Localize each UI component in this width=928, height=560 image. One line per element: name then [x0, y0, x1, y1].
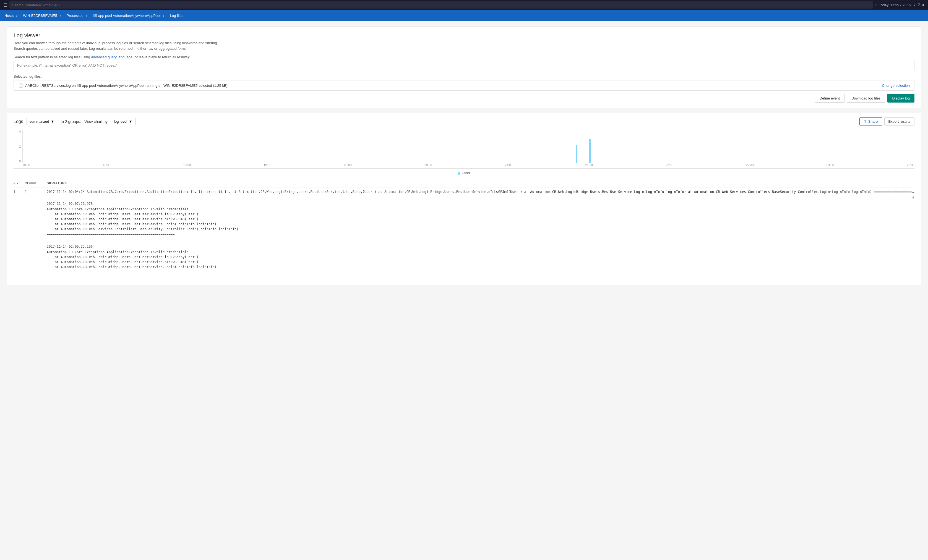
share-icon: ⇧	[864, 119, 867, 123]
chart-bar-2	[589, 139, 591, 163]
global-search-input[interactable]	[9, 2, 873, 9]
view-mode-label: summarized	[30, 119, 49, 123]
table-header: # ▲ Count Signature	[14, 180, 914, 187]
chart-bar-1	[576, 145, 577, 163]
chart-body	[22, 130, 914, 163]
view-mode-dropdown[interactable]: summarized ▼	[26, 118, 58, 125]
x-label-2300: 23:00	[827, 163, 834, 168]
log-entry-2: 2017-11-14 02:09:23,196 Automation.CR.Co…	[47, 245, 914, 273]
export-results-button[interactable]: Export results	[884, 117, 914, 125]
y-label-4: 4	[14, 130, 21, 133]
view-chart-label: View chart by	[84, 119, 108, 124]
file-info: 📄 AAEClientRESTServices.log on IIS app p…	[18, 83, 227, 88]
legend-label: Other	[462, 171, 470, 175]
chart-dropdown-arrow-icon: ▼	[129, 119, 133, 123]
search-label: Search for text pattern in selected log …	[14, 55, 914, 59]
collapse-icon[interactable]: ▲	[912, 194, 914, 200]
log-more-icon-1[interactable]: …	[911, 202, 914, 206]
x-label-1830: 18:30	[103, 163, 111, 168]
chart-x-labels: 18:00 18:30 19:00 19:30 20:00 20:30 21:0…	[22, 163, 914, 168]
file-name: AAEClientRESTServices.log on IIS app poo…	[25, 84, 227, 88]
define-event-button[interactable]: Define event	[815, 94, 844, 102]
row-count[interactable]: 2	[24, 190, 47, 194]
y-label-0: 0	[14, 160, 21, 163]
log-viewer-card: Log viewer Here you can browse through t…	[7, 27, 921, 108]
logs-actions: ⇧ Share Export results	[859, 117, 914, 125]
menu-icon[interactable]: ☰	[3, 3, 7, 8]
breadcrumb-iispool[interactable]: IIS app pool AutomationAnywhereAppPool	[90, 10, 168, 21]
time-range: Today, 17:39 - 23:39	[879, 3, 912, 7]
dropdown-arrow-icon: ▼	[51, 119, 55, 123]
table-row-main: 1 2 2017-11-14 02:0*:2* Automation.CR.Co…	[14, 187, 914, 202]
logs-header: Logs summarized ▼ to 2 groups. View char…	[14, 117, 914, 125]
logs-card: Logs summarized ▼ to 2 groups. View char…	[7, 113, 921, 286]
file-icon: 📄	[18, 83, 23, 88]
legend-icon: ▮	[458, 171, 460, 175]
row-number: 1	[14, 190, 24, 194]
log-text-2: Automation.CR.Core.Exceptions.Applicatio…	[47, 250, 217, 269]
next-time-arrow[interactable]: ›	[914, 3, 915, 8]
log-timestamp-2: 2017-11-14 02:09:23,196	[47, 245, 217, 248]
row-signature: 2017-11-14 02:0*:2* Automation.CR.Core.E…	[47, 190, 914, 199]
top-navigation: ☰ ‹ Today, 17:39 - 23:39 › ? ●	[0, 0, 928, 10]
change-selection-link[interactable]: Change selection	[882, 84, 910, 88]
breadcrumb-hosts[interactable]: Hosts	[3, 10, 21, 21]
logs-title: Logs	[14, 119, 23, 124]
breadcrumb-logfiles[interactable]: Log files	[168, 10, 186, 21]
breadcrumb-win[interactable]: WIN-E2DR8BFVME5	[21, 10, 64, 21]
action-buttons: Define event Download log files Display …	[14, 94, 914, 102]
col-header-count: Count	[24, 181, 47, 185]
chart-by-label: log level	[114, 119, 127, 123]
log-search-input[interactable]	[14, 61, 914, 70]
chart-legend: ▮ Other	[14, 171, 914, 175]
share-button[interactable]: ⇧ Share	[859, 117, 882, 125]
log-timestamp-1: 2017-11-14 02:07:21,978	[47, 202, 239, 205]
help-icon[interactable]: ?	[917, 3, 920, 8]
user-icon[interactable]: ●	[922, 3, 925, 8]
advanced-query-link[interactable]: advanced query language	[91, 55, 133, 59]
selected-files-label: Selected log files:	[14, 75, 914, 79]
log-more-icon-2[interactable]: …	[911, 245, 914, 249]
x-label-2230: 22:30	[746, 163, 754, 168]
page-title: Log viewer	[14, 32, 914, 39]
x-label-2100: 21:00	[505, 163, 513, 168]
desc-line1: Here you can browse through the contents…	[14, 41, 218, 45]
chart-area: 4 2 0 18:00 18:30 19:00 19:30 20:00 20:3…	[14, 130, 914, 169]
download-log-button[interactable]: Download log files	[847, 94, 885, 102]
table-row: 1 2 2017-11-14 02:0*:2* Automation.CR.Co…	[14, 187, 914, 281]
y-label-2: 2	[14, 145, 21, 148]
breadcrumb-processes[interactable]: Processes	[64, 10, 91, 21]
x-label-2030: 20:30	[424, 163, 432, 168]
breadcrumb: Hosts WIN-E2DR8BFVME5 Processes IIS app …	[0, 10, 928, 21]
x-label-1800: 18:00	[22, 163, 30, 168]
x-label-2330: 23:30	[907, 163, 914, 168]
display-log-button[interactable]: Display log	[887, 94, 914, 102]
col-header-num[interactable]: # ▲	[14, 181, 24, 185]
sort-icon: ▲	[16, 182, 19, 185]
chart-bars	[23, 130, 914, 163]
prev-time-arrow[interactable]: ‹	[875, 3, 876, 8]
chart-by-dropdown[interactable]: log level ▼	[111, 118, 136, 125]
x-label-2130: 21:30	[585, 163, 593, 168]
log-viewer-description: Here you can browse through the contents…	[14, 40, 914, 51]
log-detail: 2017-11-14 02:07:21,978 Automation.CR.Co…	[14, 202, 914, 281]
x-label-1930: 19:30	[264, 163, 271, 168]
x-label-2200: 22:00	[665, 163, 673, 168]
desc-line2: Search queries can be saved and reused l…	[14, 46, 186, 50]
log-entry-1: 2017-11-14 02:07:21,978 Automation.CR.Co…	[47, 202, 914, 240]
groups-text: to 2 groups.	[61, 119, 81, 124]
selected-file-row: 📄 AAEClientRESTServices.log on IIS app p…	[14, 80, 914, 91]
chart-y-labels: 4 2 0	[14, 130, 22, 163]
main-content: Log viewer Here you can browse through t…	[0, 21, 928, 291]
col-header-signature: Signature	[47, 181, 914, 185]
log-text-1: Automation.CR.Core.Exceptions.Applicatio…	[47, 207, 239, 237]
x-label-2000: 20:00	[344, 163, 352, 168]
x-label-1900: 19:00	[183, 163, 191, 168]
